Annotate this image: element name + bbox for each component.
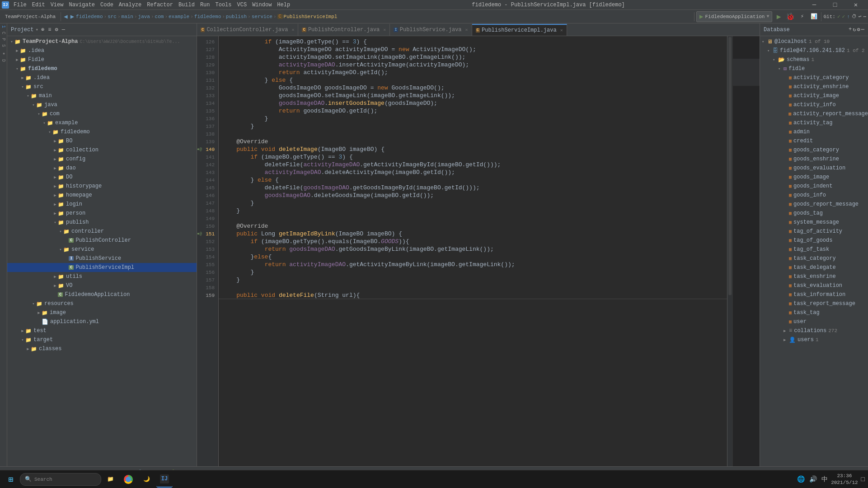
db-table-task_report_message[interactable]: ▦ task_report_message bbox=[760, 299, 868, 308]
tree-publishcontroller[interactable]: C PublishController bbox=[7, 236, 197, 245]
tree-publishservice[interactable]: I PublishService bbox=[7, 254, 197, 263]
tree-image[interactable]: ▶ 📁 image bbox=[7, 308, 197, 317]
coverage-button[interactable]: ⚡ bbox=[797, 11, 807, 22]
app-selector[interactable]: ▶ FidledemoApplication ▼ bbox=[696, 11, 772, 22]
taskbar-files[interactable]: 📁 bbox=[102, 471, 118, 488]
db-table-task_tag[interactable]: ▦ task_tag bbox=[760, 308, 868, 317]
db-table-admin[interactable]: ▦ admin bbox=[760, 127, 868, 136]
editor-scrollbar[interactable] bbox=[727, 36, 732, 466]
db-table-activity_category[interactable]: ▦ activity_category bbox=[760, 73, 868, 82]
taskbar-intellij[interactable]: IJ bbox=[156, 471, 173, 488]
git-push-icon[interactable]: ↑ bbox=[847, 14, 850, 19]
profile-button[interactable]: 📊 bbox=[808, 11, 819, 22]
tree-classes[interactable]: ▶ 📁 classes bbox=[7, 344, 197, 353]
nav-forward[interactable]: ▶ bbox=[70, 12, 75, 21]
tree-target[interactable]: ▾ 📁 target bbox=[7, 335, 197, 344]
bc-fidledemo[interactable]: fidledemo bbox=[76, 14, 103, 19]
panel-collapse-btn[interactable]: ≡ bbox=[47, 26, 52, 34]
tree-publish[interactable]: ▾ 📁 publish bbox=[7, 218, 197, 227]
bc-src[interactable]: src bbox=[108, 14, 117, 19]
menu-refactor[interactable]: Refactor bbox=[144, 0, 176, 10]
db-table-goods_category[interactable]: ▦ goods_category bbox=[760, 145, 868, 155]
tree-fidle[interactable]: ▶ 📁 Fidle bbox=[7, 55, 197, 64]
panel-locate-btn[interactable]: ⊕ bbox=[40, 25, 45, 34]
db-schemas[interactable]: ▾ 📂 schemas 1 bbox=[760, 55, 868, 64]
tree-controller[interactable]: ▾ 📁 controller bbox=[7, 227, 197, 236]
project-selector[interactable]: TeamProject-Alpha bbox=[2, 11, 59, 22]
bc-publish[interactable]: publish bbox=[226, 14, 247, 19]
tree-com[interactable]: ▾ 📁 com bbox=[7, 109, 197, 118]
bc-current-file[interactable]: PublishServiceImpl bbox=[284, 14, 338, 19]
tree-src[interactable]: ▾ 📁 src bbox=[7, 82, 197, 91]
tree-publishserviceimpl[interactable]: C PublishServiceImpl bbox=[7, 263, 197, 272]
tab-pc-close[interactable]: ✕ bbox=[383, 27, 386, 33]
left-tab-1[interactable]: 1 bbox=[0, 23, 7, 30]
db-table-goods_report_message[interactable]: ▦ goods_report_message bbox=[760, 200, 868, 209]
tree-vo[interactable]: ▶ 📁 VO bbox=[7, 281, 197, 290]
db-settings-icon[interactable]: ⚙ bbox=[857, 26, 860, 33]
db-table-tag_of_task[interactable]: ▦ tag_of_task bbox=[760, 245, 868, 254]
bc-example[interactable]: example bbox=[169, 14, 189, 19]
db-table-activity_report_message[interactable]: ▦ activity_report_message bbox=[760, 109, 868, 118]
tree-main[interactable]: ▾ 📁 main bbox=[7, 91, 197, 100]
db-table-goods_tag[interactable]: ▦ goods_tag bbox=[760, 209, 868, 218]
bc-java[interactable]: java bbox=[138, 14, 150, 19]
db-table-tag_of_goods[interactable]: ▦ tag_of_goods bbox=[760, 236, 868, 245]
menu-vcs[interactable]: VCS bbox=[235, 0, 250, 10]
menu-tools[interactable]: Tools bbox=[213, 0, 235, 10]
git-history-icon[interactable]: ⏱ bbox=[852, 14, 857, 19]
tree-fidledemo[interactable]: ▾ 📁 fidledemo bbox=[7, 64, 197, 73]
db-table-task_delegate[interactable]: ▦ task_delegate bbox=[760, 263, 868, 272]
menu-help[interactable]: Help bbox=[274, 0, 293, 10]
left-tab-struct[interactable]: S bbox=[0, 42, 7, 49]
minimize-button[interactable]: ─ bbox=[804, 0, 825, 10]
tree-appyml[interactable]: 📄 application.yml bbox=[7, 317, 197, 326]
nav-back[interactable]: ◀ bbox=[63, 12, 68, 21]
db-more-icon[interactable]: ⋯ bbox=[861, 26, 864, 33]
menu-analyze[interactable]: Analyze bbox=[116, 0, 144, 10]
menu-window[interactable]: Window bbox=[249, 0, 274, 10]
db-table-goods_indent[interactable]: ▦ goods_indent bbox=[760, 182, 868, 191]
menu-navigate[interactable]: Navigate bbox=[66, 0, 98, 10]
left-tab-db[interactable]: D bbox=[0, 57, 7, 64]
tree-bo[interactable]: ▶ 📁 BO bbox=[7, 136, 197, 145]
tab-psi-close[interactable]: ✕ bbox=[560, 28, 563, 33]
menu-file[interactable]: File bbox=[11, 0, 29, 10]
db-table-goods_enshrine[interactable]: ▦ goods_enshrine bbox=[760, 155, 868, 164]
db-fidle-connection[interactable]: ▾ 🗄 fidle@47.106.241.182 1 of 2 bbox=[760, 46, 868, 55]
db-table-goods_info[interactable]: ▦ goods_info bbox=[760, 191, 868, 200]
git-undo-icon[interactable]: ↩ bbox=[859, 14, 862, 19]
tab-collection-close[interactable]: ✕ bbox=[291, 27, 294, 33]
taskbar-search[interactable]: 🔍 Search bbox=[20, 473, 101, 486]
taskbar-app3[interactable]: 🌙 bbox=[138, 471, 155, 488]
tab-ps-close[interactable]: ✕ bbox=[465, 27, 468, 33]
tree-fidledemo2[interactable]: ▾ 📁 fidledemo bbox=[7, 127, 197, 136]
bc-fidledemo2[interactable]: fidledemo bbox=[194, 14, 221, 19]
db-schema-fidle[interactable]: ▾ ⊞ fidle bbox=[760, 64, 868, 73]
menu-build[interactable]: Build bbox=[176, 0, 197, 10]
menu-code[interactable]: Code bbox=[98, 0, 116, 10]
tree-do[interactable]: ▶ 📁 DO bbox=[7, 173, 197, 182]
code-content[interactable]: if (imageBO.getType() == 3) { ActivityIm… bbox=[219, 36, 727, 466]
tree-login[interactable]: ▶ 📁 login bbox=[7, 200, 197, 209]
db-table-user[interactable]: ▦ user bbox=[760, 317, 868, 326]
left-tab-commit[interactable]: C bbox=[0, 30, 7, 36]
db-table-goods_evaluation[interactable]: ▦ goods_evaluation bbox=[760, 164, 868, 173]
maximize-button[interactable]: □ bbox=[825, 0, 845, 10]
bc-main[interactable]: main bbox=[122, 14, 133, 19]
db-table-credit[interactable]: ▦ credit bbox=[760, 136, 868, 145]
tree-dao[interactable]: ▶ 📁 dao bbox=[7, 164, 197, 173]
bc-service[interactable]: service bbox=[252, 14, 272, 19]
tree-fidledemoapp[interactable]: C FidledemoApplication bbox=[7, 290, 197, 299]
left-tab-fav[interactable]: ★ bbox=[0, 49, 7, 57]
tree-historypage[interactable]: ▶ 📁 historypage bbox=[7, 182, 197, 191]
run-button[interactable]: ▶ bbox=[773, 11, 784, 22]
tree-resources[interactable]: ▾ 📁 resources bbox=[7, 299, 197, 308]
tree-collection[interactable]: ▶ 📁 collection bbox=[7, 145, 197, 155]
tree-test[interactable]: ▶ 📁 test bbox=[7, 326, 197, 335]
db-refresh-icon[interactable]: ↻ bbox=[853, 26, 856, 33]
debug-button[interactable]: 🐞 bbox=[785, 11, 796, 22]
tray-show-desktop[interactable]: □ bbox=[861, 476, 865, 483]
tree-homepage[interactable]: ▶ 📁 homepage bbox=[7, 191, 197, 200]
tray-network-icon[interactable]: 🌐 bbox=[797, 475, 805, 483]
